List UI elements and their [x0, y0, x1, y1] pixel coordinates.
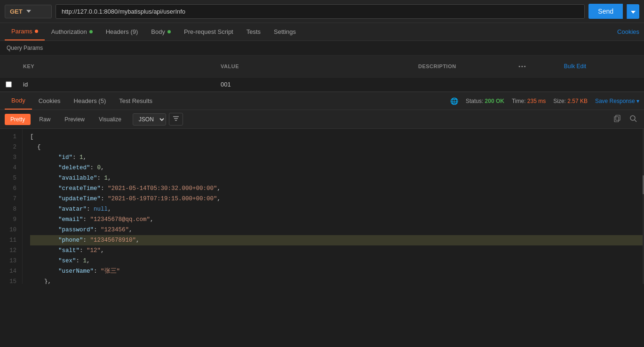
fmt-tab-raw[interactable]: Raw: [33, 114, 56, 125]
code-line-14: "userName": "张三": [30, 266, 644, 276]
tab-settings[interactable]: Settings: [267, 24, 302, 40]
svg-rect-4: [614, 117, 619, 122]
col-bulk-header[interactable]: Bulk Edit: [553, 55, 644, 78]
svg-rect-1: [174, 118, 178, 119]
status-code: 200 OK: [485, 98, 504, 104]
body-dot: [167, 30, 171, 33]
code-line-1: [: [30, 132, 644, 142]
size-label: Size: 2.57 KB: [553, 98, 588, 104]
code-line-9: "email": "12345678@qq.com",: [30, 214, 644, 225]
tab-headers-label: Headers (9): [106, 28, 138, 35]
time-label: Time: 235 ms: [512, 98, 546, 104]
code-line-2: {: [30, 142, 644, 152]
tab-tests[interactable]: Tests: [240, 24, 267, 40]
bulk-edit-button[interactable]: Bulk Edit: [558, 59, 592, 73]
response-status-bar: 🌐 Status: 200 OK Time: 235 ms Size: 2.57…: [450, 97, 639, 105]
tab-authorization-label: Authorization: [51, 28, 87, 35]
line-num-14: 14: [0, 266, 22, 276]
resp-tab-headers[interactable]: Headers (5): [67, 93, 113, 109]
copy-button[interactable]: [611, 114, 623, 125]
url-bar: GET Send: [0, 0, 644, 23]
svg-point-5: [630, 116, 635, 120]
line-num-8: 8: [0, 204, 22, 214]
svg-rect-2: [175, 120, 177, 121]
tab-params[interactable]: Params: [5, 23, 45, 40]
params-table: KEY VALUE DESCRIPTION ••• Bulk Edit id 0…: [0, 55, 644, 92]
code-line-8: "avatar": null,: [30, 204, 644, 214]
size-value: 2.57 KB: [567, 98, 588, 104]
resp-tab-test-results-label: Test Results: [119, 97, 152, 104]
request-tabs: Params Authorization Headers (9) Body Pr…: [0, 23, 644, 41]
tab-prerequest-label: Pre-request Script: [184, 28, 233, 35]
params-dot: [35, 30, 38, 33]
query-params-header: Query Params: [0, 41, 644, 55]
param-checkbox[interactable]: [6, 81, 12, 87]
svg-line-6: [635, 120, 636, 122]
status-label: Status: 200 OK: [466, 98, 504, 104]
resp-tab-headers-label: Headers (5): [74, 97, 106, 104]
search-button[interactable]: [627, 114, 639, 125]
param-desc-cell[interactable]: [413, 78, 513, 92]
right-tools: [611, 114, 639, 125]
filter-icon: [173, 115, 179, 122]
line-num-15: 15: [0, 276, 22, 284]
url-input[interactable]: [56, 4, 585, 19]
code-view: 1 2 3 4 5 6 7 8 9 10 11 12 13 14 15 16 1…: [0, 129, 644, 284]
copy-icon: [613, 115, 621, 122]
tab-tests-label: Tests: [246, 28, 261, 35]
cookies-link[interactable]: Cookies: [617, 28, 639, 35]
line-num-6: 6: [0, 183, 22, 194]
line-num-5: 5: [0, 173, 22, 183]
tab-authorization[interactable]: Authorization: [45, 24, 99, 40]
time-value: 235 ms: [527, 98, 546, 104]
resp-tab-test-results[interactable]: Test Results: [112, 93, 159, 109]
param-key-cell[interactable]: id: [17, 78, 215, 92]
fmt-tab-preview[interactable]: Preview: [59, 114, 90, 125]
method-label: GET: [10, 8, 23, 15]
resp-tab-cookies-label: Cookies: [39, 97, 61, 104]
json-format-select[interactable]: JSON XML HTML Text: [133, 113, 166, 126]
resp-tab-body[interactable]: Body: [5, 92, 32, 110]
more-icon: •••: [518, 63, 527, 69]
code-line-11: "phone": "12345678910",: [30, 235, 644, 245]
body-format-bar: Pretty Raw Preview Visualize JSON XML HT…: [0, 110, 644, 129]
authorization-dot: [89, 30, 93, 33]
row-checkbox-cell: [0, 78, 17, 92]
code-line-7: "updateTime": "2021-05-19T07:19:15.000+0…: [30, 194, 644, 204]
tab-settings-label: Settings: [274, 28, 296, 35]
line-num-9: 9: [0, 214, 22, 225]
filter-button[interactable]: [169, 113, 183, 126]
tab-prerequest[interactable]: Pre-request Script: [177, 24, 240, 40]
fmt-tab-pretty[interactable]: Pretty: [5, 114, 31, 125]
code-line-10: "password": "123456",: [30, 225, 644, 235]
table-row: id 001: [0, 78, 644, 92]
tab-params-label: Params: [11, 28, 32, 35]
response-tabs: Body Cookies Headers (5) Test Results 🌐 …: [0, 92, 644, 110]
code-line-6: "createTime": "2021-05-14T05:30:32.000+0…: [30, 183, 644, 194]
globe-icon: 🌐: [450, 97, 458, 105]
col-more-header: •••: [513, 55, 553, 78]
save-response-button[interactable]: Save Response ▾: [595, 98, 639, 104]
line-num-13: 13: [0, 256, 22, 266]
line-num-7: 7: [0, 194, 22, 204]
send-dropdown-button[interactable]: [627, 4, 639, 19]
response-area: Body Cookies Headers (5) Test Results 🌐 …: [0, 92, 644, 284]
code-line-13: "sex": 1,: [30, 256, 644, 266]
line-num-1: 1: [0, 132, 22, 142]
resp-tab-cookies[interactable]: Cookies: [32, 93, 67, 109]
tab-headers[interactable]: Headers (9): [99, 24, 145, 40]
line-num-10: 10: [0, 225, 22, 235]
chevron-down-icon: [26, 10, 31, 13]
code-content[interactable]: [ { "id": 1, "deleted": 0, "available": …: [23, 129, 644, 284]
method-select[interactable]: GET: [5, 5, 52, 18]
col-desc-header: DESCRIPTION: [413, 55, 513, 78]
code-line-15: },: [30, 276, 644, 284]
param-value-cell[interactable]: 001: [215, 78, 413, 92]
send-chevron-icon: [631, 11, 636, 14]
line-num-11: 11: [0, 235, 22, 245]
tab-body[interactable]: Body: [144, 24, 177, 40]
send-button[interactable]: Send: [588, 4, 623, 19]
fmt-tab-visualize[interactable]: Visualize: [93, 114, 127, 125]
search-icon: [629, 115, 637, 122]
line-num-4: 4: [0, 163, 22, 173]
